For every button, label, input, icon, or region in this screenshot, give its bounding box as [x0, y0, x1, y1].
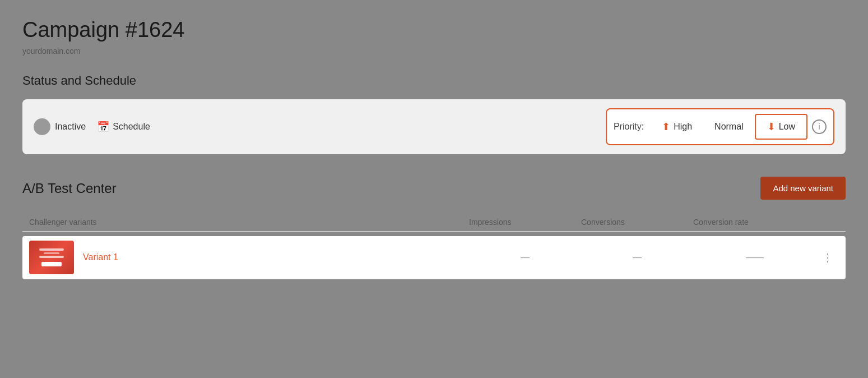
priority-high-button[interactable]: ⬆ High [651, 115, 703, 139]
col-conversion-rate-label: Conversion rate [693, 218, 749, 227]
priority-label: Priority: [614, 122, 644, 132]
priority-high-label: High [674, 122, 692, 132]
thumb-line-1 [39, 248, 63, 251]
col-conversion-rate: Conversion rate ⇅ [693, 218, 816, 227]
arrow-up-icon: ⬆ [662, 121, 670, 133]
thumb-line-2 [44, 252, 60, 254]
domain-text: yourdomain.com [22, 47, 846, 56]
col-conversions: Conversions ⇅ [581, 218, 693, 227]
priority-container: Priority: ⬆ High Normal ⬇ Low i [606, 108, 834, 145]
table-header: Challenger variants ▲ Impressions ⇅ Conv… [22, 213, 846, 232]
priority-normal-button[interactable]: Normal [703, 116, 755, 137]
ab-title: A/B Test Center [22, 181, 117, 196]
thumb-line-3 [39, 256, 63, 258]
ab-header: A/B Test Center Add new variant [22, 177, 846, 200]
status-schedule-bar: Inactive 📅 Schedule Priority: ⬆ High Nor… [22, 99, 846, 154]
impressions-value: — [521, 252, 530, 262]
add-variant-button[interactable]: Add new variant [760, 177, 846, 200]
col-conversions-label: Conversions [581, 218, 625, 227]
variant-name[interactable]: Variant 1 [83, 252, 118, 262]
col-impressions-label: Impressions [469, 218, 511, 227]
sort-variants-icon[interactable]: ▲ [99, 218, 106, 226]
conversion-rate-cell: —— [693, 252, 816, 262]
col-variants: Challenger variants ▲ [29, 218, 469, 227]
arrow-down-icon: ⬇ [767, 121, 776, 133]
inactive-toggle[interactable]: Inactive [34, 118, 86, 135]
status-left: Inactive 📅 Schedule [34, 118, 150, 135]
page-container: Campaign #1624 yourdomain.com Status and… [0, 0, 868, 297]
schedule-label: Schedule [113, 122, 150, 132]
status-section-title: Status and Schedule [22, 73, 846, 88]
conversion-rate-value: —— [746, 252, 764, 262]
calendar-icon: 📅 [97, 121, 109, 133]
col-actions [816, 218, 839, 227]
inactive-label: Inactive [55, 122, 86, 132]
variant-thumbnail [29, 241, 74, 274]
inactive-circle-icon [34, 118, 50, 135]
priority-low-label: Low [779, 122, 795, 132]
conversions-value: — [633, 252, 642, 262]
sort-conversion-rate-icon[interactable]: ⇅ [751, 218, 756, 226]
ab-test-section: A/B Test Center Add new variant Challeng… [22, 177, 846, 279]
actions-cell: ⋮ [816, 251, 839, 264]
thumb-button [41, 262, 62, 266]
info-icon[interactable]: i [812, 119, 827, 134]
variant-cell: Variant 1 [29, 241, 469, 274]
row-menu-icon[interactable]: ⋮ [822, 251, 833, 264]
priority-low-button[interactable]: ⬇ Low [755, 114, 807, 140]
sort-impressions-icon[interactable]: ⇅ [513, 218, 519, 226]
conversions-cell: — [581, 252, 693, 262]
impressions-cell: — [469, 252, 581, 262]
table-row: Variant 1 — — —— ⋮ [22, 236, 846, 279]
priority-normal-label: Normal [714, 122, 744, 132]
campaign-title: Campaign #1624 [22, 18, 846, 42]
schedule-button[interactable]: 📅 Schedule [97, 121, 150, 133]
sort-conversions-icon[interactable]: ⇅ [627, 218, 633, 226]
col-variants-label: Challenger variants [29, 218, 97, 227]
thumb-inner [29, 241, 74, 274]
col-impressions: Impressions ⇅ [469, 218, 581, 227]
